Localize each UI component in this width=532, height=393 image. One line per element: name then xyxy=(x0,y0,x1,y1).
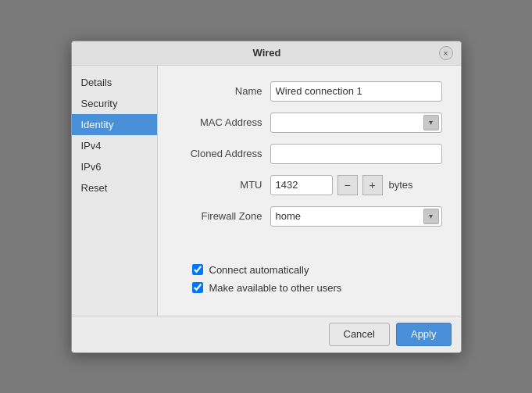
mac-row: MAC Address ▾ xyxy=(177,113,442,133)
mtu-controls: − + bytes xyxy=(270,175,413,195)
mtu-label: MTU xyxy=(177,179,270,191)
auto-connect-label[interactable]: Connect automatically xyxy=(209,264,309,276)
mac-select-wrapper: ▾ xyxy=(270,113,442,133)
dialog-footer: Cancel Apply xyxy=(72,316,461,352)
available-row: Make available to other users xyxy=(177,282,442,294)
mtu-increase-button[interactable]: + xyxy=(362,175,383,195)
sidebar-item-reset[interactable]: Reset xyxy=(72,177,157,198)
name-input[interactable] xyxy=(270,81,442,102)
mtu-input[interactable] xyxy=(270,175,333,195)
mac-input[interactable] xyxy=(270,113,442,133)
sidebar: Details Security Identity IPv4 IPv6 Rese… xyxy=(72,66,158,316)
name-label: Name xyxy=(177,85,270,97)
close-button[interactable]: × xyxy=(439,46,453,60)
cancel-button[interactable]: Cancel xyxy=(329,323,390,346)
auto-connect-row: Connect automatically xyxy=(177,264,442,276)
firewall-select-wrapper: home public work trusted ▾ xyxy=(270,206,442,227)
mtu-decrease-button[interactable]: − xyxy=(337,175,358,195)
apply-button[interactable]: Apply xyxy=(396,323,452,346)
wired-dialog: Wired × Details Security Identity IPv4 I… xyxy=(71,41,462,353)
dialog-title: Wired xyxy=(95,47,439,59)
name-row: Name xyxy=(177,81,442,102)
mtu-unit-label: bytes xyxy=(389,179,413,191)
firewall-select[interactable]: home public work trusted xyxy=(270,206,442,227)
firewall-row: Firewall Zone home public work trusted ▾ xyxy=(177,206,442,227)
cloned-label: Cloned Address xyxy=(177,148,270,159)
sidebar-item-security[interactable]: Security xyxy=(72,93,157,114)
form-section: Name MAC Address ▾ Cloned Address xyxy=(177,81,442,252)
auto-connect-checkbox[interactable] xyxy=(192,264,203,275)
cloned-row: Cloned Address xyxy=(177,144,442,164)
sidebar-item-details[interactable]: Details xyxy=(72,72,157,93)
sidebar-item-ipv4[interactable]: IPv4 xyxy=(72,135,157,156)
sidebar-item-identity[interactable]: Identity xyxy=(72,114,157,135)
firewall-label: Firewall Zone xyxy=(177,210,270,222)
sidebar-item-ipv6[interactable]: IPv6 xyxy=(72,156,157,177)
mtu-row: MTU − + bytes xyxy=(177,175,442,195)
content-area: Name MAC Address ▾ Cloned Address xyxy=(158,66,461,316)
mac-label: MAC Address xyxy=(177,116,270,128)
titlebar: Wired × xyxy=(72,41,461,66)
cloned-input[interactable] xyxy=(270,144,442,164)
make-available-label[interactable]: Make available to other users xyxy=(209,282,342,294)
dialog-body: Details Security Identity IPv4 IPv6 Rese… xyxy=(72,66,461,316)
checkboxes-section: Connect automatically Make available to … xyxy=(177,264,442,300)
make-available-checkbox[interactable] xyxy=(192,282,203,293)
